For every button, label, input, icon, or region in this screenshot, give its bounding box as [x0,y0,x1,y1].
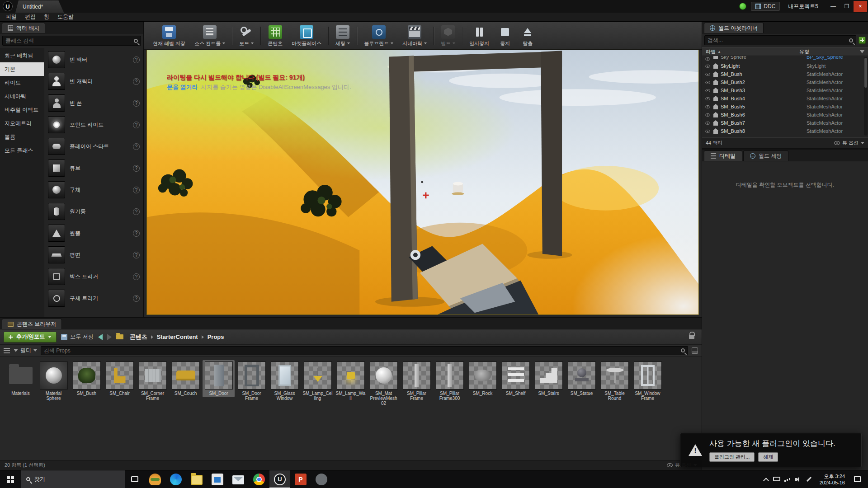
asset-tile[interactable]: SM_Couch [170,360,202,397]
saved-filters-icon[interactable] [692,347,698,354]
filters-button[interactable]: 필터 [14,347,37,354]
outliner-scrollbar[interactable] [864,57,868,136]
menu-item[interactable]: 창 [40,13,53,21]
action-center-button[interactable] [849,476,866,482]
asset-search-input[interactable] [44,347,678,354]
maximize-button[interactable]: ❐ [840,1,854,12]
asset-tile[interactable]: SM_Statue [566,360,598,397]
place-actors-category[interactable]: 라이트 [0,76,44,89]
outliner-row[interactable]: SM_Bush StaticMeshActor [702,70,868,78]
taskbar-search[interactable]: 찾기 [21,470,125,488]
toolbar-button[interactable]: 중지 [494,23,516,48]
volume-muted-icon[interactable] [793,474,803,484]
place-actor-item[interactable]: 박스 트리거 [44,266,143,287]
visibility-eye-icon[interactable] [705,72,710,75]
asset-tile[interactable]: SM_Glass Window [269,360,301,402]
minimize-button[interactable]: — [826,1,840,12]
visibility-eye-icon[interactable] [705,121,710,124]
place-actors-category[interactable]: 볼륨 [0,130,44,144]
network-icon[interactable] [783,474,793,484]
asset-tile[interactable]: Materials [5,360,37,397]
toolbar-button[interactable]: 시네마틱 [398,23,431,48]
help-icon[interactable] [133,187,140,193]
asset-tile[interactable]: Material Sphere [38,360,70,402]
type-column-header[interactable]: 유형 [799,48,858,55]
asset-tile[interactable]: SM_Door Frame [236,360,268,402]
help-icon[interactable] [133,122,140,128]
place-actors-category[interactable]: 비주얼 이펙트 [0,103,44,117]
asset-tile[interactable]: SM_Lamp_Ceiling [302,360,334,402]
place-actor-item[interactable]: 원뿔 [44,222,143,244]
ddc-button[interactable]: DDC [751,2,780,11]
help-icon[interactable] [133,208,140,215]
pen-icon[interactable] [804,474,814,484]
asset-tile[interactable]: SM_Table Round [599,360,631,402]
close-button[interactable]: × [854,1,867,12]
asset-tile[interactable]: SM_Shelf [500,360,532,397]
place-actor-item[interactable]: 빈 폰 [44,92,143,114]
visibility-eye-icon[interactable] [705,89,710,92]
toolbar-button[interactable]: 모드 [235,23,258,48]
toolbar-button[interactable]: 콘텐츠 [263,23,287,48]
visibility-eye-icon[interactable] [705,97,710,100]
help-icon[interactable] [133,100,140,107]
toolbar-button[interactable]: 일시정지 [465,23,494,48]
toolbar-button[interactable]: 현재 레벨 저장 [148,23,190,48]
toolbar-button[interactable]: 소스 컨트롤 [190,23,230,48]
asset-tile[interactable]: SM_Chair [104,360,136,397]
back-button[interactable] [98,334,103,340]
help-icon[interactable] [133,295,140,302]
taskbar-app[interactable] [269,470,290,488]
visibility-eye-icon[interactable] [705,105,710,108]
breadcrumb-item[interactable]: Props [206,333,226,340]
outliner-row[interactable]: SM_Bush7 StaticMeshActor [702,119,868,127]
asset-tile[interactable]: SM_Mat PreviewMesh 02 [368,360,400,407]
place-actor-item[interactable]: 플레이어 스타트 [44,136,143,157]
task-view-button[interactable] [125,470,145,488]
toolbar-button[interactable]: 마켓플레이스 [287,23,326,48]
outliner-filter-icon[interactable] [860,50,864,53]
visibility-eye-icon[interactable] [705,57,710,61]
taskbar-app[interactable] [249,470,269,488]
outliner-row[interactable]: SM_Bush2 StaticMeshActor [702,78,868,86]
display-icon[interactable] [772,474,782,484]
help-icon[interactable] [133,273,140,280]
asset-tile[interactable]: SM_Bush [71,360,103,397]
tab-details[interactable]: 디테일 [704,150,742,161]
lock-icon[interactable] [689,335,694,339]
help-icon[interactable] [133,143,140,150]
visibility-eye-icon[interactable] [705,113,710,116]
add-import-button[interactable]: 추가/임포트 [4,332,57,343]
place-actors-category[interactable]: 시네마틱 [0,89,44,103]
breadcrumb-item[interactable]: 콘텐츠 [128,333,155,341]
forward-button[interactable] [107,334,112,340]
place-actor-item[interactable]: 빈 캐릭터 [44,70,143,92]
taskbar-app[interactable] [228,470,249,488]
breadcrumb-item[interactable]: StarterContent [155,333,206,340]
outliner-row[interactable]: SkyLight SkyLight [702,62,868,70]
outliner-view-options[interactable]: 뷰 옵션 [834,140,864,146]
place-actors-category[interactable]: 지오메트리 [0,117,44,130]
level-tab[interactable]: Untitled* [15,0,64,13]
outliner-row[interactable]: SM_Bush4 StaticMeshActor [702,94,868,103]
save-all-button[interactable]: 모두 저장 [61,333,93,341]
project-name[interactable]: 내프로젝트5 [784,3,822,10]
toolbar-button[interactable]: 빌드 [436,23,460,48]
label-column-header[interactable]: 라벨 [706,48,716,55]
viewport-3d[interactable]: 라이팅을 다시 빌드해야 합니다 (빌드 필요: 91개) 문을 열거라 시지를… [146,50,699,315]
toolbar-button[interactable]: 탈출 [516,23,539,48]
taskbar-app[interactable] [207,470,228,488]
taskbar-app[interactable] [290,470,311,488]
menu-item[interactable]: 도움말 [53,13,78,21]
asset-tile[interactable]: SM_Rock [467,360,499,397]
world-outliner-tab[interactable]: 월드 아웃라이너 [704,23,764,33]
asset-tile[interactable]: SM_Corner Frame [137,360,169,402]
place-actors-category[interactable]: 최근 배치됨 [0,49,44,62]
asset-tile[interactable]: SM_Pillar Frame300 [434,360,466,402]
place-actor-item[interactable]: 큐브 [44,157,143,179]
asset-tile[interactable]: SM_Pillar Frame [401,360,433,402]
asset-tile[interactable]: SM_Stairs [533,360,565,397]
outliner-row[interactable]: Sky Sphere BP_Sky_Sphere [702,56,868,62]
outliner-row[interactable]: SM_Bush3 StaticMeshActor [702,86,868,94]
taskbar-app[interactable] [145,470,165,488]
